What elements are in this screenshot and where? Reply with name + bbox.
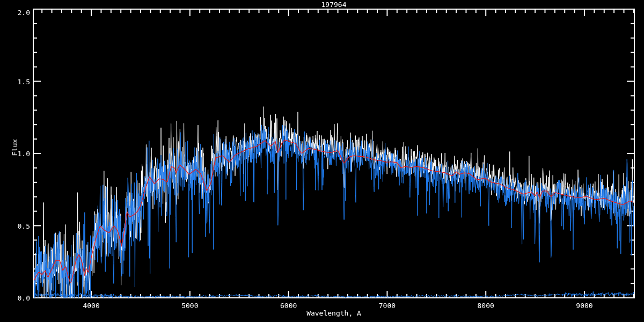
x-tick-label: 8000 xyxy=(473,302,499,309)
y-tick-label: 0.0 xyxy=(9,295,30,302)
x-tick-label: 7000 xyxy=(374,302,400,309)
y-tick-label: 0.5 xyxy=(9,223,30,230)
x-tick-label: 6000 xyxy=(276,302,302,309)
x-tick-label: 9000 xyxy=(572,302,597,309)
x-tick-label: 4000 xyxy=(78,302,104,309)
y-tick-label: 2.0 xyxy=(9,9,30,16)
x-tick-label: 5000 xyxy=(177,302,203,309)
spectrum-canvas xyxy=(0,0,644,322)
y-tick-label: 1.5 xyxy=(9,78,30,85)
y-tick-label: 1.0 xyxy=(9,150,30,157)
plot-title: 197964 xyxy=(226,1,441,8)
x-axis-label: Wavelength, A xyxy=(226,310,441,317)
spectrum-plot-figure: 197964 Wavelength, A Flux 40005000600070… xyxy=(0,0,644,322)
